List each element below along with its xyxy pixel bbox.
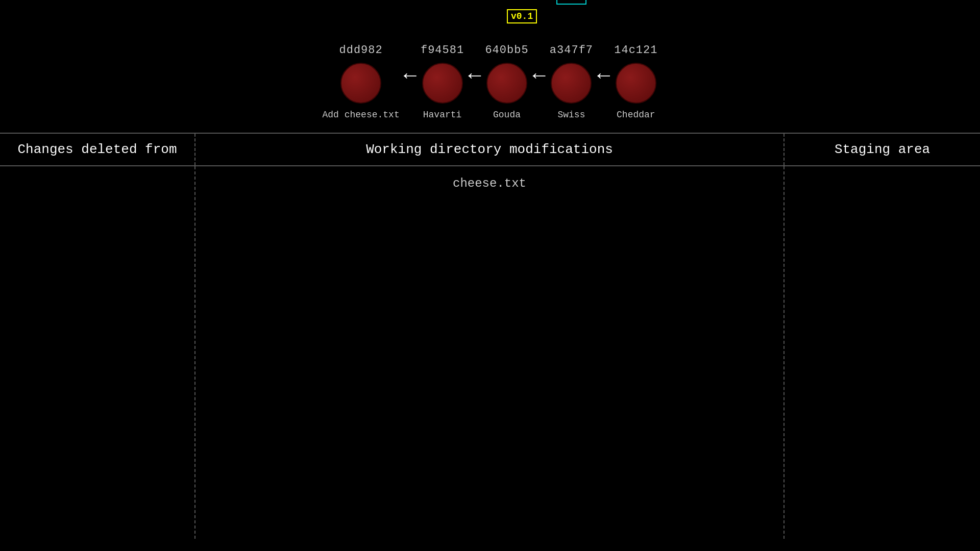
commit-f94581: f94581 Havarti [421,44,464,120]
commit-hash-14c121: 14c121 [614,44,657,57]
file-cheese-txt: cheese.txt [453,177,526,190]
panel-body: cheese.txt [0,166,980,539]
commit-hash-f94581: f94581 [421,44,464,57]
panel-col-middle: cheese.txt [195,166,785,539]
arrow-3: ← [533,64,546,99]
panel-col-right [785,166,980,539]
commit-hash-640bb5: 640bb5 [485,44,528,57]
commit-hash-a347f7: a347f7 [550,44,593,57]
tag-head: HEAD [556,0,586,5]
commit-label-f94581: Havarti [423,110,462,120]
panel-header-left: Changes deleted from [0,134,195,165]
commit-circle-640bb5 [486,63,527,104]
arrow-2: ← [468,64,481,99]
commit-label-14c121: Cheddar [617,110,655,120]
arrow-1: ← [404,64,416,99]
git-diagram: ddd982 Add cheese.txt ← f94581 Havarti ←… [0,0,980,133]
commit-14c121: 14c121 Cheddar [614,44,657,120]
commit-circle-ddd982 [340,63,381,104]
commit-640bb5: v0.1 640bb5 Gouda [485,44,528,120]
commit-hash-ddd982: ddd982 [339,44,383,57]
panel-headers: Changes deleted from Working directory m… [0,134,980,166]
commit-circle-f94581 [422,63,463,104]
tag-v01: v0.1 [507,9,537,23]
commit-ddd982: ddd982 Add cheese.txt [323,44,400,120]
panel-header-middle: Working directory modifications [195,134,785,165]
panel-header-right: Staging area [785,134,980,165]
panel-col-left [0,166,195,539]
commit-label-640bb5: Gouda [493,110,521,120]
commit-circle-a347f7 [551,63,592,104]
commit-a347f7: main HEAD a347f7 Swiss [550,44,593,120]
arrow-4: ← [597,64,610,99]
commit-label-a347f7: Swiss [557,110,585,120]
commit-label-ddd982: Add cheese.txt [323,110,400,120]
bottom-panel: Changes deleted from Working directory m… [0,133,980,539]
commit-circle-14c121 [616,63,656,104]
